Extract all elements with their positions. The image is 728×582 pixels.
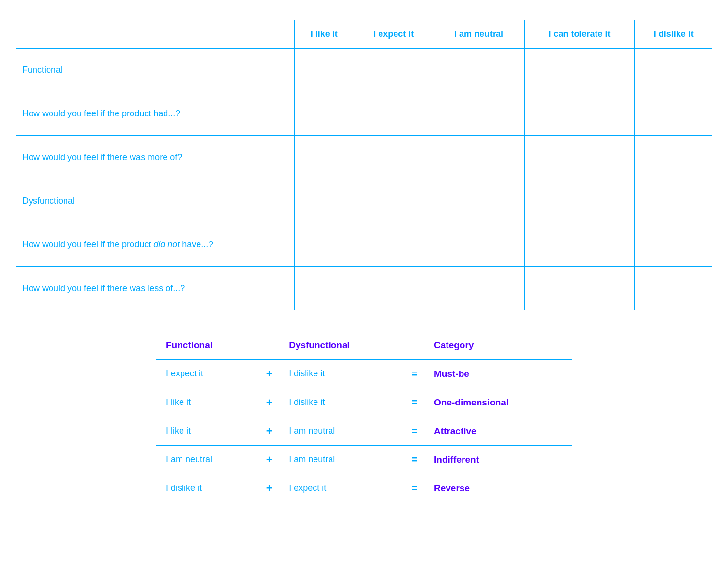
table-row: Dysfunctional bbox=[15, 179, 713, 223]
top-table-wrapper: I like it I expect it I am neutral I can… bbox=[15, 19, 713, 311]
legend-equals-icon: = bbox=[405, 445, 424, 474]
header-expect-it: I expect it bbox=[354, 20, 433, 48]
legend-dysfunctional-value: I dislike it bbox=[279, 359, 405, 388]
cell bbox=[294, 267, 354, 310]
cell bbox=[433, 179, 525, 223]
table-row: How would you feel if the product did no… bbox=[15, 223, 713, 267]
legend-plus-icon: + bbox=[260, 445, 279, 474]
cell bbox=[433, 267, 525, 310]
cell bbox=[294, 92, 354, 136]
cell bbox=[294, 179, 354, 223]
cell bbox=[294, 48, 354, 92]
legend-row-one-dimensional: I like it + I dislike it = One-dimension… bbox=[156, 388, 572, 417]
legend-functional-value: I like it bbox=[156, 417, 260, 445]
legend-equals-icon: = bbox=[405, 388, 424, 417]
legend-header-category: Category bbox=[424, 331, 572, 360]
header-tolerate: I can tolerate it bbox=[525, 20, 634, 48]
legend-header-functional: Functional bbox=[156, 331, 260, 360]
cell bbox=[354, 267, 433, 310]
cell bbox=[525, 223, 634, 267]
legend-dysfunctional-value: I am neutral bbox=[279, 417, 405, 445]
kano-top-table: I like it I expect it I am neutral I can… bbox=[15, 19, 713, 311]
cell bbox=[294, 136, 354, 179]
legend-equals-icon: = bbox=[405, 359, 424, 388]
header-dislike: I dislike it bbox=[634, 20, 713, 48]
table-row: Functional bbox=[15, 48, 713, 92]
row-label-did-not: How would you feel if the product did no… bbox=[15, 223, 294, 267]
cell bbox=[354, 92, 433, 136]
legend-functional-value: I dislike it bbox=[156, 474, 260, 503]
table-row: How would you feel if the product had...… bbox=[15, 92, 713, 136]
legend-category-one-dimensional: One-dimensional bbox=[424, 388, 572, 417]
legend-header-op1 bbox=[260, 331, 279, 360]
legend-dysfunctional-value: I am neutral bbox=[279, 445, 405, 474]
cell bbox=[525, 267, 634, 310]
row-label-functional: Functional bbox=[15, 48, 294, 92]
cell bbox=[634, 179, 713, 223]
header-empty bbox=[15, 20, 294, 48]
cell bbox=[634, 267, 713, 310]
cell bbox=[634, 136, 713, 179]
legend-header-op2 bbox=[405, 331, 424, 360]
header-like-it: I like it bbox=[294, 20, 354, 48]
cell bbox=[294, 223, 354, 267]
legend-category-attractive: Attractive bbox=[424, 417, 572, 445]
legend-category-must-be: Must-be bbox=[424, 359, 572, 388]
cell bbox=[433, 136, 525, 179]
cell bbox=[634, 92, 713, 136]
cell bbox=[354, 179, 433, 223]
legend-row-indifferent: I am neutral + I am neutral = Indifferen… bbox=[156, 445, 572, 474]
italic-text: did not bbox=[153, 240, 180, 249]
row-label-more: How would you feel if there was more of? bbox=[15, 136, 294, 179]
legend-dysfunctional-value: I dislike it bbox=[279, 388, 405, 417]
header-neutral: I am neutral bbox=[433, 20, 525, 48]
legend-functional-value: I am neutral bbox=[156, 445, 260, 474]
legend-category-indifferent: Indifferent bbox=[424, 445, 572, 474]
legend-equals-icon: = bbox=[405, 417, 424, 445]
cell bbox=[433, 92, 525, 136]
row-label-less: How would you feel if there was less of.… bbox=[15, 267, 294, 310]
cell bbox=[525, 136, 634, 179]
legend-category-reverse: Reverse bbox=[424, 474, 572, 503]
cell bbox=[525, 92, 634, 136]
cell bbox=[634, 223, 713, 267]
legend-row-reverse: I dislike it + I expect it = Reverse bbox=[156, 474, 572, 503]
legend-plus-icon: + bbox=[260, 359, 279, 388]
cell bbox=[354, 136, 433, 179]
cell bbox=[354, 48, 433, 92]
legend-row-attractive: I like it + I am neutral = Attractive bbox=[156, 417, 572, 445]
legend-plus-icon: + bbox=[260, 474, 279, 503]
cell bbox=[433, 48, 525, 92]
legend-header-dysfunctional: Dysfunctional bbox=[279, 331, 405, 360]
legend-plus-icon: + bbox=[260, 417, 279, 445]
cell bbox=[634, 48, 713, 92]
legend-row-must-be: I expect it + I dislike it = Must-be bbox=[156, 359, 572, 388]
row-label-dysfunctional: Dysfunctional bbox=[15, 179, 294, 223]
legend-plus-icon: + bbox=[260, 388, 279, 417]
table-row: How would you feel if there was more of? bbox=[15, 136, 713, 179]
cell bbox=[525, 48, 634, 92]
table-row: How would you feel if there was less of.… bbox=[15, 267, 713, 310]
legend-functional-value: I expect it bbox=[156, 359, 260, 388]
legend-table-wrapper: Functional Dysfunctional Category I expe… bbox=[155, 330, 573, 503]
row-label-had: How would you feel if the product had...… bbox=[15, 92, 294, 136]
legend-functional-value: I like it bbox=[156, 388, 260, 417]
legend-equals-icon: = bbox=[405, 474, 424, 503]
cell bbox=[525, 179, 634, 223]
kano-legend-table: Functional Dysfunctional Category I expe… bbox=[155, 330, 573, 503]
legend-dysfunctional-value: I expect it bbox=[279, 474, 405, 503]
cell bbox=[433, 223, 525, 267]
cell bbox=[354, 223, 433, 267]
